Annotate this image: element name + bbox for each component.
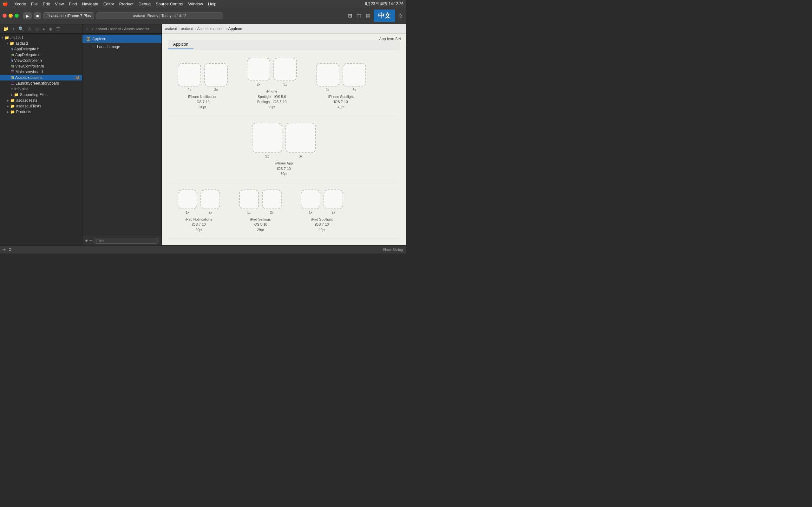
- slot-ipad-spotlight-1x: 1x: [301, 189, 320, 214]
- utilities-toggle-button[interactable]: ▤: [364, 11, 372, 20]
- menu-file[interactable]: File: [31, 2, 38, 6]
- filter-input[interactable]: [94, 238, 159, 244]
- tree-item-supporting-files[interactable]: ▶ 📁 Supporting Files: [0, 92, 82, 98]
- nav-tree: ▾ 📁 asdasd ▾ 📁 asdasd h AppDelegate.h m …: [0, 34, 82, 245]
- navigator-panel: 📁 ↑ 🔍 ⚠ ◇ ▸ ◈ ☰ ▾ 📁 asdasd ▾ 📁 asdasd: [0, 24, 83, 245]
- tree-item-main-storyboard[interactable]: ☰ Main.storyboard: [0, 69, 82, 75]
- icon-slot[interactable]: [262, 189, 282, 209]
- icon-slot[interactable]: [247, 58, 270, 81]
- editor-content: App Icon Set AppIcon 2x 3x: [162, 34, 406, 245]
- breadcrumb-assets[interactable]: Assets.xcassets: [197, 26, 224, 31]
- file-list-item-launchimage[interactable]: ⋯ LaunchImage: [83, 43, 161, 51]
- run-button[interactable]: ▶: [23, 12, 32, 19]
- icon-slot[interactable]: [273, 58, 297, 81]
- icon-slot[interactable]: [177, 63, 201, 87]
- chinese-input-indicator: 中文: [374, 9, 395, 22]
- icon-group-iphone-settings: 2x 3x iPhone Spotlight - iOS 5,6 Setting…: [247, 58, 297, 110]
- menu-navigate[interactable]: Navigate: [82, 2, 98, 6]
- tab-appicon[interactable]: AppIcon: [168, 40, 194, 49]
- menu-help[interactable]: Help: [208, 2, 217, 6]
- icon-slot[interactable]: [177, 189, 197, 209]
- debug-nav-icon[interactable]: ▸: [42, 26, 46, 32]
- badge-m: M: [75, 76, 80, 79]
- icon-slot[interactable]: [301, 189, 320, 209]
- menu-xcode[interactable]: Xcode: [14, 2, 26, 6]
- menu-editor[interactable]: Editor: [103, 2, 114, 6]
- scheme-selector[interactable]: ⊡ asdasd › iPhone 7 Plus: [43, 12, 94, 19]
- report-nav-icon[interactable]: ☰: [55, 26, 61, 32]
- tree-item-asdasd-root[interactable]: ▾ 📁 asdasd: [0, 35, 82, 41]
- search-nav-icon[interactable]: 🔍: [17, 26, 25, 32]
- breadcrumb-appicon[interactable]: AppIcon: [228, 26, 242, 31]
- storyboard-icon: ☰: [11, 70, 14, 74]
- test-nav-icon[interactable]: ◇: [34, 26, 40, 32]
- tree-item-appdelegate-h[interactable]: h AppDelegate.h: [0, 46, 82, 52]
- issue-nav-icon[interactable]: ⚠: [26, 26, 33, 32]
- stop-button[interactable]: ■: [34, 12, 41, 19]
- icon-slot[interactable]: [239, 189, 259, 209]
- nav-prev-button[interactable]: ‹: [85, 26, 89, 32]
- editor-toggle-button[interactable]: ◫: [355, 11, 362, 20]
- add-asset-button[interactable]: +: [85, 238, 88, 244]
- tree-item-info-plist[interactable]: ≡ Info.plist: [0, 86, 82, 92]
- tree-item-launchscreen-storyboard[interactable]: ☰ LaunchScreen.storyboard: [0, 80, 82, 86]
- icon-slot[interactable]: [252, 123, 282, 153]
- menu-view[interactable]: View: [55, 2, 64, 6]
- icon-group-ipad-settings: 1x 2x iPad Settings iOS 5-10 29pt: [239, 189, 282, 233]
- settings-bottom-button[interactable]: ⚙: [8, 247, 12, 252]
- breadcrumb-in-filelist: asdasd › asdasd › Assets.xcassets: [96, 27, 149, 31]
- icon-group-ipad-spotlight: 1x 2x iPad Spotlight iOS 7-10 40pt: [301, 189, 343, 233]
- source-control-icon[interactable]: ↑: [11, 26, 16, 32]
- menu-find[interactable]: Find: [69, 2, 77, 6]
- apple-menu[interactable]: 🍎: [3, 1, 8, 6]
- show-slicing-button[interactable]: Show Slicing: [383, 248, 403, 251]
- editor-area: asdasd › asdasd › Assets.xcassets › AppI…: [162, 24, 406, 245]
- menu-edit[interactable]: Edit: [43, 2, 50, 6]
- tree-item-products[interactable]: ▶ 📁 Products: [0, 109, 82, 115]
- folder-icon: 📁: [10, 104, 15, 108]
- icon-slot[interactable]: [316, 63, 339, 87]
- menu-source-control[interactable]: Source Control: [156, 2, 183, 6]
- appiconset-icon: ⊞: [86, 36, 90, 42]
- tree-item-assets-xcassets[interactable]: ⊞ Assets.xcassets M: [0, 75, 82, 80]
- close-button[interactable]: [3, 14, 7, 18]
- launchimage-icon: ⋯: [90, 44, 95, 50]
- tree-item-viewcontroller-h[interactable]: h ViewController.h: [0, 58, 82, 63]
- chevron-right-icon: ›: [65, 14, 66, 18]
- icon-row-1: 2x 3x iPhone Notification iOS 7-10 20pt: [168, 55, 400, 116]
- storyboard-icon: ☰: [11, 81, 14, 86]
- icon-slots-ipad-settings: 1x 2x: [239, 189, 282, 214]
- menubar: 🍎 Xcode File Edit View Find Navigate Edi…: [0, 0, 406, 8]
- folder-icon: 📁: [10, 98, 15, 103]
- tree-item-appdelegate-m[interactable]: m AppDelegate.m: [0, 52, 82, 58]
- tree-item-asdasduitests[interactable]: ▶ 📁 asdasdUITests: [0, 103, 82, 109]
- folder-icon[interactable]: 📁: [2, 26, 10, 32]
- label-ipad-notifications: iPad Notifications iOS 7-10 20pt: [186, 217, 212, 233]
- icon-slot[interactable]: [323, 189, 343, 209]
- slot-ipad-settings-2x: 2x: [262, 189, 282, 214]
- icon-slot[interactable]: [343, 63, 366, 87]
- tree-item-asdasd-inner[interactable]: ▾ 📁 asdasd: [0, 41, 82, 46]
- minimize-button[interactable]: [9, 14, 13, 18]
- file-list-item-appicon[interactable]: ⊞ AppIcon: [83, 35, 161, 43]
- add-bottom-button[interactable]: +: [3, 247, 6, 252]
- label-iphone-notification: iPhone Notification iOS 7-10 20pt: [188, 94, 217, 110]
- breadcrumb-asdasd[interactable]: asdasd: [165, 26, 177, 31]
- nav-next-button[interactable]: ›: [90, 26, 95, 32]
- navigator-toggle-button[interactable]: ⊞: [347, 11, 353, 20]
- breakpoint-icon[interactable]: ◇: [397, 11, 403, 20]
- menu-debug[interactable]: Debug: [139, 2, 151, 6]
- maximize-button[interactable]: [14, 14, 19, 18]
- breakpoint-nav-icon[interactable]: ◈: [48, 26, 54, 32]
- icon-slot[interactable]: [204, 63, 228, 87]
- icon-slot[interactable]: [200, 189, 220, 209]
- remove-asset-button[interactable]: −: [89, 238, 92, 244]
- menu-product[interactable]: Product: [119, 2, 134, 6]
- editor-breadcrumb: asdasd › asdasd › Assets.xcassets › AppI…: [162, 24, 406, 34]
- bottom-bar: + ⚙ Show Slicing: [0, 245, 406, 253]
- breadcrumb-asdasd2[interactable]: asdasd: [181, 26, 194, 31]
- icon-slot[interactable]: [286, 123, 316, 153]
- menu-window[interactable]: Window: [189, 2, 203, 6]
- tree-item-asdasdtests[interactable]: ▶ 📁 asdasdTests: [0, 98, 82, 103]
- tree-item-viewcontroller-m[interactable]: m ViewController.m: [0, 63, 82, 69]
